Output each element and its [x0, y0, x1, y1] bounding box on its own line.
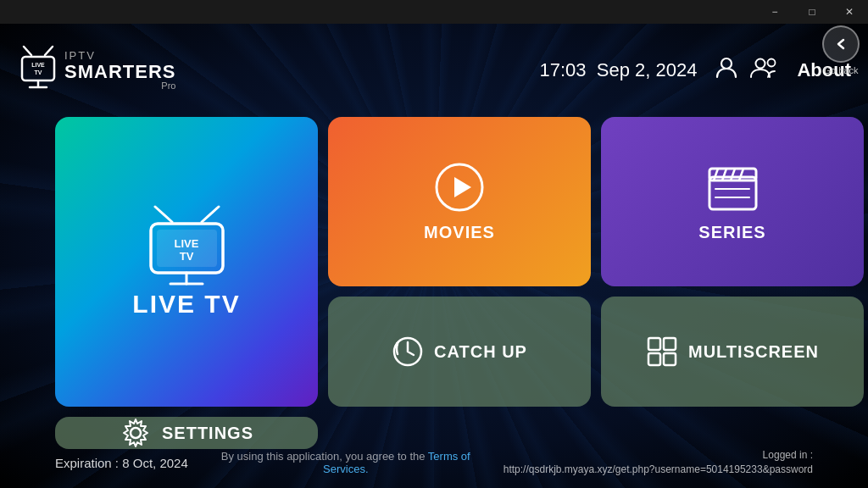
- svg-text:LIVE: LIVE: [174, 237, 198, 250]
- login-url: http://qsdrkjb.myaya.xyz/get.php?usernam…: [504, 463, 813, 475]
- multiscreen-icon: [646, 336, 678, 368]
- svg-point-8: [756, 58, 765, 68]
- datetime: 17:03 Sep 2, 2024: [540, 59, 698, 81]
- login-info: Logged in : http://qsdrkjb.myaya.xyz/get…: [504, 448, 813, 477]
- multiscreen-label: MULTISCREEN: [688, 342, 819, 362]
- terms-prefix: By using this application, you agree to …: [221, 450, 428, 463]
- svg-line-24: [731, 169, 735, 180]
- logo-pro: Pro: [64, 80, 175, 91]
- date-display: Sep 2, 2024: [597, 59, 698, 80]
- close-button[interactable]: ✕: [831, 0, 868, 24]
- window-controls: − □ ✕: [756, 0, 868, 24]
- catchup-label: CATCH UP: [434, 342, 527, 362]
- titlebar: − □ ✕: [0, 0, 868, 24]
- header: LIVE TV IPTV SMARTERS Pro 17:03 Sep 2, 2…: [0, 24, 868, 117]
- svg-line-10: [155, 207, 172, 222]
- svg-line-11: [202, 207, 219, 222]
- logo-icon: LIVE TV: [17, 45, 59, 96]
- svg-rect-32: [648, 353, 660, 365]
- svg-line-22: [714, 169, 718, 180]
- livetv-tile[interactable]: LIVE TV LIVE TV: [55, 117, 318, 407]
- movies-icon: [434, 162, 485, 213]
- svg-point-7: [721, 58, 732, 69]
- main-grid: LIVE TV LIVE TV MOVIES SE: [55, 117, 813, 449]
- login-prefix: Logged in :: [763, 449, 813, 461]
- svg-point-9: [768, 58, 776, 66]
- maximize-button[interactable]: □: [793, 0, 831, 24]
- goback-button[interactable]: Go back: [822, 25, 860, 75]
- svg-text:TV: TV: [35, 69, 42, 75]
- goback-circle-icon: [822, 25, 860, 63]
- svg-line-0: [24, 47, 31, 55]
- svg-rect-31: [664, 338, 676, 350]
- svg-rect-2: [22, 57, 54, 80]
- goback-label: Go back: [824, 65, 859, 75]
- svg-rect-33: [664, 353, 676, 365]
- movies-label: MOVIES: [424, 223, 495, 242]
- multiscreen-tile[interactable]: MULTISCREEN: [601, 297, 864, 407]
- header-icons: [714, 55, 780, 86]
- catchup-tile[interactable]: CATCH UP: [328, 297, 591, 407]
- svg-text:LIVE: LIVE: [31, 62, 45, 68]
- svg-text:TV: TV: [179, 250, 193, 263]
- svg-line-23: [722, 169, 726, 180]
- minimize-button[interactable]: −: [756, 0, 793, 24]
- svg-marker-19: [454, 177, 471, 197]
- expiry-text: Expiration : 8 Oct, 2024: [55, 456, 188, 470]
- logo: LIVE TV IPTV SMARTERS Pro: [17, 45, 175, 96]
- svg-rect-30: [648, 338, 660, 350]
- logo-smarters: SMARTERS: [64, 62, 175, 82]
- time-display: 17:03: [540, 59, 587, 80]
- user-icon[interactable]: [714, 55, 739, 86]
- logo-iptv: IPTV: [64, 50, 175, 62]
- footer: Expiration : 8 Oct, 2024 By using this a…: [0, 437, 868, 488]
- svg-line-1: [45, 47, 53, 55]
- svg-line-25: [739, 169, 743, 180]
- series-icon: [705, 162, 760, 213]
- catchup-icon: [392, 336, 424, 368]
- svg-rect-20: [709, 177, 756, 209]
- series-tile[interactable]: SERIES: [601, 117, 864, 286]
- logo-text: IPTV SMARTERS Pro: [64, 50, 175, 92]
- movies-tile[interactable]: MOVIES: [328, 117, 591, 286]
- terms-text: By using this application, you agree to …: [205, 450, 487, 475]
- multiuser-icon[interactable]: [749, 55, 780, 86]
- header-right: 17:03 Sep 2, 2024 About: [540, 55, 852, 86]
- series-label: SERIES: [698, 223, 765, 242]
- livetv-icon: LIVE TV: [138, 205, 236, 290]
- livetv-label: LIVE TV: [132, 290, 240, 319]
